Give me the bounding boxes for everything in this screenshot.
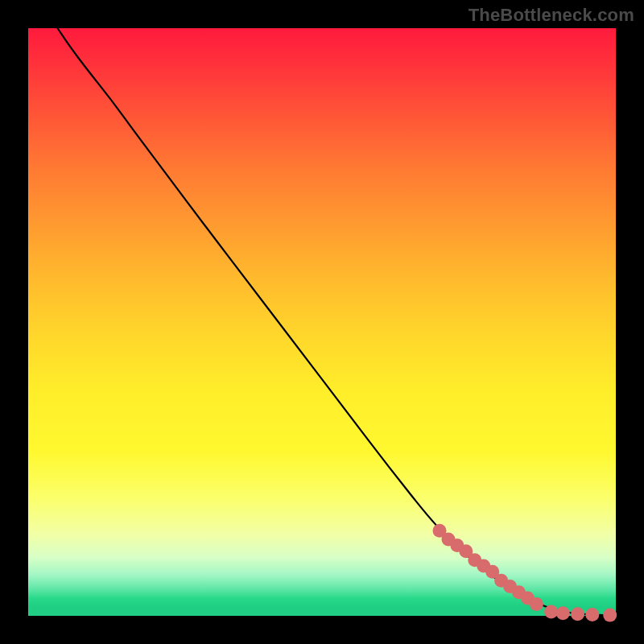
chart-frame: TheBottleneck.com — [0, 0, 644, 644]
chart-svg — [28, 28, 616, 616]
highlight-markers — [433, 524, 617, 622]
marker-point — [556, 606, 570, 620]
marker-point — [603, 609, 617, 622]
main-curve — [58, 28, 610, 615]
marker-point — [530, 597, 543, 611]
marker-point — [585, 608, 599, 621]
marker-point — [571, 607, 584, 621]
watermark-text: TheBottleneck.com — [469, 5, 634, 26]
plot-area — [28, 28, 616, 616]
marker-point — [544, 605, 558, 618]
